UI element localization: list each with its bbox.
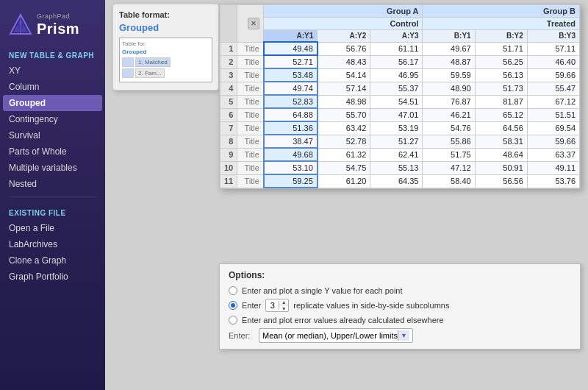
header-ay2[interactable]: A:Y2	[318, 30, 370, 43]
data-cell-ay1[interactable]: 51.36	[264, 121, 318, 135]
data-cell-by3[interactable]: 51.51	[527, 108, 579, 121]
data-cell-by3[interactable]: 67.12	[527, 95, 579, 108]
radio-single-y[interactable]	[229, 286, 237, 295]
data-cell-ay2[interactable]: 61.32	[318, 148, 370, 161]
sidebar-item-nested[interactable]: Nested	[0, 176, 105, 192]
data-cell-ay3[interactable]: 64.35	[370, 174, 423, 188]
sidebar-item-open-file[interactable]: Open a File	[0, 220, 105, 236]
data-cell-ay2[interactable]: 52.78	[318, 135, 370, 148]
sidebar-item-column[interactable]: Column	[0, 79, 105, 95]
data-cell-by3[interactable]: 57.11	[527, 42, 579, 55]
header-by3[interactable]: B:Y3	[527, 30, 579, 43]
data-cell-ay3[interactable]: 51.27	[370, 135, 423, 148]
sidebar-item-survival[interactable]: Survival	[0, 127, 105, 143]
data-cell-by1[interactable]: 76.87	[423, 95, 475, 108]
data-cell-ay1[interactable]: 49.74	[264, 82, 318, 95]
data-cell-ay1[interactable]: 59.25	[264, 174, 318, 188]
sidebar-item-contingency[interactable]: Contingency	[0, 111, 105, 127]
radio-replicate[interactable]	[229, 301, 237, 310]
radio-error-values[interactable]	[229, 316, 237, 325]
spinner-up[interactable]: ▲	[279, 299, 288, 305]
data-cell-ay3[interactable]: 46.95	[370, 68, 423, 82]
data-cell-ay3[interactable]: 55.37	[370, 82, 423, 95]
data-cell-by2[interactable]: 58.31	[475, 135, 527, 148]
data-cell-by1[interactable]: 58.40	[423, 174, 475, 188]
data-cell-by1[interactable]: 48.87	[423, 55, 475, 68]
spinner-down[interactable]: ▼	[279, 305, 288, 312]
data-cell-ay3[interactable]: 55.13	[370, 161, 423, 174]
spinner-arrows[interactable]: ▲ ▼	[279, 299, 288, 312]
sidebar-item-labarchives[interactable]: LabArchives	[0, 236, 105, 252]
header-by1[interactable]: B:Y1	[423, 30, 475, 43]
header-ay1[interactable]: A:Y1	[264, 30, 318, 43]
data-cell-ay2[interactable]: 54.75	[318, 161, 370, 174]
clear-button[interactable]: ✕	[248, 18, 259, 29]
data-cell-by3[interactable]: 63.37	[527, 148, 579, 161]
data-cell-by3[interactable]: 53.76	[527, 174, 579, 188]
data-cell-ay3[interactable]: 47.01	[370, 108, 423, 121]
data-cell-ay2[interactable]: 48.43	[318, 55, 370, 68]
data-cell-by2[interactable]: 64.56	[475, 121, 527, 135]
sidebar-item-xy[interactable]: XY	[0, 63, 105, 79]
options-panel: Options: Enter and plot a single Y value…	[219, 263, 581, 350]
data-cell-ay3[interactable]: 56.17	[370, 55, 423, 68]
data-cell-ay2[interactable]: 57.14	[318, 82, 370, 95]
row-number: 3	[220, 68, 237, 82]
data-cell-by2[interactable]: 48.64	[475, 148, 527, 161]
data-cell-by2[interactable]: 56.25	[475, 55, 527, 68]
data-cell-ay1[interactable]: 64.88	[264, 108, 318, 121]
data-cell-by3[interactable]: 46.40	[527, 55, 579, 68]
enter-dropdown[interactable]: Mean (or median), Upper/Lower limits ▼	[259, 328, 413, 343]
data-cell-by2[interactable]: 56.13	[475, 68, 527, 82]
data-cell-by2[interactable]: 51.73	[475, 82, 527, 95]
row-number: 4	[220, 82, 237, 95]
data-cell-ay2[interactable]: 56.76	[318, 42, 370, 55]
data-cell-by1[interactable]: 54.76	[423, 121, 475, 135]
data-cell-ay1[interactable]: 38.47	[264, 135, 318, 148]
row-number: 9	[220, 148, 237, 161]
data-cell-by3[interactable]: 59.66	[527, 135, 579, 148]
data-cell-ay3[interactable]: 62.41	[370, 148, 423, 161]
sidebar-item-multiple-variables[interactable]: Multiple variables	[0, 160, 105, 176]
data-cell-by2[interactable]: 51.71	[475, 42, 527, 55]
data-cell-ay2[interactable]: 54.14	[318, 68, 370, 82]
data-cell-by3[interactable]: 69.54	[527, 121, 579, 135]
data-cell-ay2[interactable]: 55.70	[318, 108, 370, 121]
data-cell-by2[interactable]: 81.87	[475, 95, 527, 108]
data-cell-ay1[interactable]: 53.48	[264, 68, 318, 82]
sidebar-item-parts-of-whole[interactable]: Parts of Whole	[0, 143, 105, 160]
data-cell-ay2[interactable]: 63.42	[318, 121, 370, 135]
data-cell-ay2[interactable]: 48.98	[318, 95, 370, 108]
table-format-type[interactable]: Grouped	[119, 22, 212, 33]
data-cell-by1[interactable]: 46.21	[423, 108, 475, 121]
data-cell-by2[interactable]: 56.56	[475, 174, 527, 188]
data-cell-by1[interactable]: 51.75	[423, 148, 475, 161]
data-cell-ay1[interactable]: 49.48	[264, 42, 318, 55]
data-cell-by3[interactable]: 49.11	[527, 161, 579, 174]
sidebar-item-graph-portfolio[interactable]: Graph Portfolio	[0, 269, 105, 285]
data-cell-ay3[interactable]: 61.11	[370, 42, 423, 55]
header-ay3[interactable]: A:Y3	[370, 30, 423, 43]
sidebar-item-clone-graph[interactable]: Clone a Graph	[0, 252, 105, 269]
data-cell-by1[interactable]: 55.86	[423, 135, 475, 148]
data-cell-by3[interactable]: 55.47	[527, 82, 579, 95]
data-cell-ay1[interactable]: 53.10	[264, 161, 318, 174]
data-cell-by2[interactable]: 65.12	[475, 108, 527, 121]
table-row: 7Title51.3663.4253.1954.7664.5669.54	[220, 121, 580, 135]
header-by2[interactable]: B:Y2	[475, 30, 527, 43]
sidebar-item-grouped[interactable]: Grouped	[3, 95, 102, 111]
data-cell-ay1[interactable]: 49.68	[264, 148, 318, 161]
data-cell-ay2[interactable]: 61.20	[318, 174, 370, 188]
data-cell-ay3[interactable]: 54.51	[370, 95, 423, 108]
data-cell-by1[interactable]: 47.12	[423, 161, 475, 174]
data-cell-by1[interactable]: 48.90	[423, 82, 475, 95]
row-title: Title	[237, 68, 264, 82]
data-cell-ay1[interactable]: 52.71	[264, 55, 318, 68]
data-cell-by1[interactable]: 59.59	[423, 68, 475, 82]
data-cell-by3[interactable]: 59.66	[527, 68, 579, 82]
data-cell-ay1[interactable]: 52.83	[264, 95, 318, 108]
replicate-spinner[interactable]: 3 ▲ ▼	[265, 299, 289, 312]
data-cell-by1[interactable]: 49.67	[423, 42, 475, 55]
data-cell-ay3[interactable]: 53.19	[370, 121, 423, 135]
data-cell-by2[interactable]: 50.91	[475, 161, 527, 174]
